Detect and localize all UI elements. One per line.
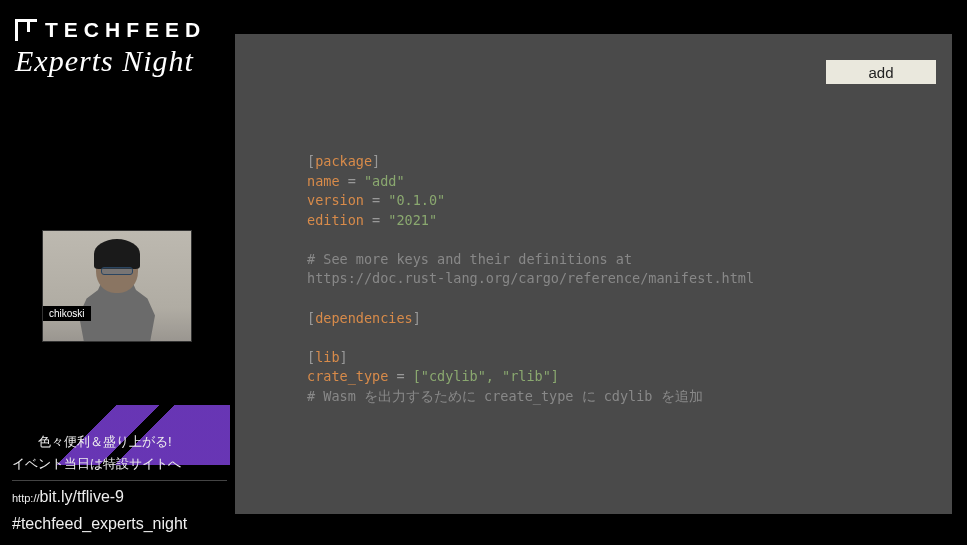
key-crate-type: crate_type bbox=[307, 368, 388, 384]
url-path: bit.ly/tflive-9 bbox=[40, 488, 124, 505]
webcam-feed bbox=[43, 231, 191, 341]
presentation-slide: add [package] name = "add" version = "0.… bbox=[235, 34, 952, 514]
brand-logo-area: TECHFEED Experts Night bbox=[15, 18, 206, 78]
comment-line-3: # Wasm を出力するために create_type に cdylib を追加 bbox=[307, 388, 703, 404]
event-url[interactable]: http://bit.ly/tflive-9 bbox=[12, 485, 232, 510]
key-name: name bbox=[307, 173, 340, 189]
brand-subtitle: Experts Night bbox=[15, 44, 206, 78]
section-package: package bbox=[315, 153, 372, 169]
info-tagline-2: イベント当日は特設サイトへ bbox=[12, 454, 232, 474]
logo-mark-icon bbox=[15, 19, 37, 41]
key-edition: edition bbox=[307, 212, 364, 228]
info-tagline-1: 色々便利＆盛り上がる! bbox=[38, 432, 232, 452]
person-hair bbox=[94, 239, 140, 269]
footer-info: 色々便利＆盛り上がる! イベント当日は特設サイトへ http://bit.ly/… bbox=[12, 432, 232, 537]
speaker-name-label: chikoski bbox=[43, 306, 91, 321]
cargo-toml-code: [package] name = "add" version = "0.1.0"… bbox=[307, 152, 754, 406]
section-lib: lib bbox=[315, 349, 339, 365]
val-edition: "2021" bbox=[388, 212, 437, 228]
slide-title-badge: add bbox=[826, 60, 936, 84]
section-dependencies: dependencies bbox=[315, 310, 413, 326]
comment-line-2: https://doc.rust-lang.org/cargo/referenc… bbox=[307, 270, 754, 286]
val-crate-type: ["cdylib", "rlib"] bbox=[413, 368, 559, 384]
comment-line-1: # See more keys and their definitions at bbox=[307, 251, 632, 267]
key-version: version bbox=[307, 192, 364, 208]
val-version: "0.1.0" bbox=[388, 192, 445, 208]
divider bbox=[12, 480, 227, 481]
techfeed-logo: TECHFEED bbox=[15, 18, 206, 42]
glasses-icon bbox=[101, 267, 133, 275]
speaker-webcam: chikoski bbox=[42, 230, 192, 342]
val-name: "add" bbox=[364, 173, 405, 189]
url-protocol: http:// bbox=[12, 492, 40, 504]
event-hashtag[interactable]: #techfeed_experts_night bbox=[12, 512, 232, 537]
brand-name: TECHFEED bbox=[45, 18, 206, 42]
